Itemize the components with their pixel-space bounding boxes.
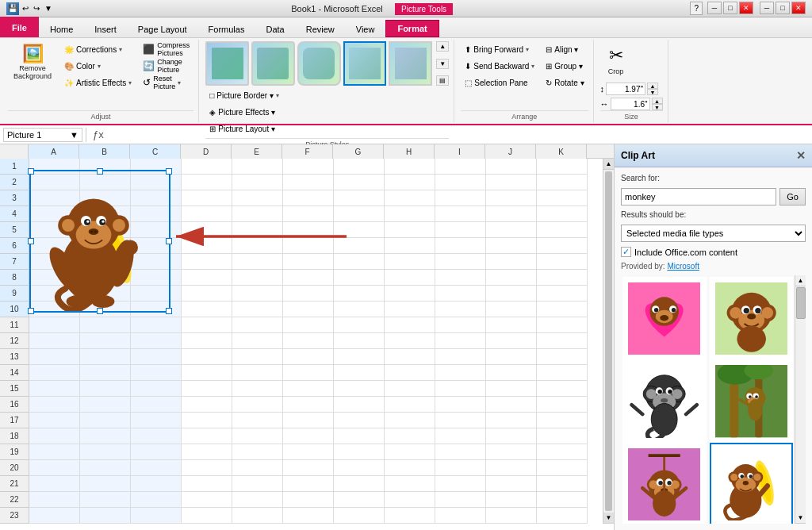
row-header-12[interactable]: 12	[0, 333, 29, 349]
table-cell[interactable]	[232, 365, 283, 381]
formula-input[interactable]	[110, 128, 809, 142]
table-cell[interactable]	[537, 238, 588, 254]
row-header-20[interactable]: 20	[0, 460, 29, 476]
table-cell[interactable]	[80, 333, 131, 349]
table-cell[interactable]	[385, 301, 435, 317]
scroll-up-button[interactable]: ▲	[603, 159, 614, 170]
table-cell[interactable]	[29, 365, 80, 381]
table-cell[interactable]	[435, 476, 486, 492]
restore-button[interactable]: □	[723, 2, 737, 14]
table-cell[interactable]	[334, 333, 385, 349]
table-cell[interactable]	[283, 428, 334, 444]
table-cell[interactable]	[80, 460, 131, 476]
clip-item-2[interactable]	[710, 277, 794, 361]
table-cell[interactable]	[29, 476, 80, 492]
table-cell[interactable]	[385, 460, 435, 476]
microsoft-link[interactable]: Microsoft	[667, 262, 699, 271]
table-cell[interactable]	[537, 286, 588, 301]
table-cell[interactable]	[537, 270, 588, 286]
bring-forward-button[interactable]: ⬆ Bring Forward ▾	[461, 41, 538, 57]
table-cell[interactable]	[232, 270, 283, 286]
table-cell[interactable]	[232, 317, 283, 333]
row-header-10[interactable]: 10	[0, 301, 29, 317]
reset-picture-button[interactable]: ↺ ResetPicture ▾	[139, 75, 193, 90]
table-cell[interactable]	[435, 333, 486, 349]
width-spin-down[interactable]: ▼	[652, 104, 663, 110]
table-cell[interactable]	[486, 508, 537, 524]
table-cell[interactable]	[486, 460, 537, 476]
table-cell[interactable]	[232, 397, 283, 413]
table-cell[interactable]	[435, 159, 486, 175]
col-header-f[interactable]: F	[282, 144, 333, 159]
clip-item-6[interactable]	[710, 443, 794, 524]
table-cell[interactable]	[131, 349, 182, 365]
help-icon[interactable]: ?	[690, 2, 703, 15]
table-cell[interactable]	[29, 397, 80, 413]
name-box[interactable]: Picture 1 ▼	[3, 128, 82, 142]
row-header-14[interactable]: 14	[0, 365, 29, 381]
table-cell[interactable]	[283, 238, 334, 254]
table-cell[interactable]	[334, 175, 385, 190]
table-cell[interactable]	[131, 428, 182, 444]
table-cell[interactable]	[283, 286, 334, 301]
row-header-18[interactable]: 18	[0, 428, 29, 444]
table-cell[interactable]	[283, 381, 334, 397]
table-cell[interactable]	[435, 413, 486, 428]
table-cell[interactable]	[385, 238, 435, 254]
table-cell[interactable]	[182, 190, 232, 206]
corrections-button[interactable]: 🌟 Corrections ▾	[60, 41, 136, 57]
table-cell[interactable]	[334, 286, 385, 301]
table-cell[interactable]	[435, 381, 486, 397]
table-cell[interactable]	[486, 222, 537, 238]
table-cell[interactable]	[385, 476, 435, 492]
table-cell[interactable]	[486, 492, 537, 508]
table-cell[interactable]	[131, 397, 182, 413]
table-cell[interactable]	[232, 508, 283, 524]
row-header-23[interactable]: 23	[0, 508, 29, 524]
height-spin-down[interactable]: ▼	[647, 89, 658, 95]
ps-scroll-up[interactable]: ▲	[436, 41, 449, 52]
tab-insert[interactable]: Insert	[84, 20, 127, 37]
table-cell[interactable]	[537, 476, 588, 492]
table-cell[interactable]	[435, 444, 486, 460]
row-header-17[interactable]: 17	[0, 413, 29, 428]
table-cell[interactable]	[435, 254, 486, 270]
table-cell[interactable]	[283, 476, 334, 492]
table-cell[interactable]	[182, 301, 232, 317]
table-cell[interactable]	[29, 444, 80, 460]
table-cell[interactable]	[385, 349, 435, 365]
table-cell[interactable]	[486, 476, 537, 492]
table-cell[interactable]	[537, 428, 588, 444]
table-cell[interactable]	[232, 238, 283, 254]
table-cell[interactable]	[232, 444, 283, 460]
ps-thumb-1[interactable]	[205, 41, 249, 86]
table-cell[interactable]	[486, 349, 537, 365]
table-cell[interactable]	[182, 206, 232, 222]
table-cell[interactable]	[283, 159, 334, 175]
handle-middle-right[interactable]	[166, 238, 172, 244]
artistic-effects-button[interactable]: ✨ Artistic Effects ▾	[60, 75, 136, 90]
table-cell[interactable]	[537, 349, 588, 365]
width-input[interactable]	[611, 98, 650, 110]
table-cell[interactable]	[283, 349, 334, 365]
table-cell[interactable]	[334, 492, 385, 508]
table-cell[interactable]	[182, 381, 232, 397]
row-header-11[interactable]: 11	[0, 317, 29, 333]
clip-scroll-down-btn[interactable]: ▼	[795, 513, 806, 524]
row-header-6[interactable]: 6	[0, 238, 29, 254]
scroll-down-button[interactable]: ▼	[603, 513, 614, 524]
table-cell[interactable]	[486, 333, 537, 349]
ps-scroll-more[interactable]: ▤	[436, 75, 449, 86]
table-cell[interactable]	[182, 159, 232, 175]
table-cell[interactable]	[486, 254, 537, 270]
table-cell[interactable]	[537, 190, 588, 206]
table-cell[interactable]	[385, 206, 435, 222]
table-cell[interactable]	[283, 508, 334, 524]
table-cell[interactable]	[486, 365, 537, 381]
minimize-button[interactable]: ─	[707, 2, 722, 14]
table-cell[interactable]	[182, 333, 232, 349]
table-cell[interactable]	[486, 413, 537, 428]
table-cell[interactable]	[131, 492, 182, 508]
table-cell[interactable]	[435, 317, 486, 333]
table-cell[interactable]	[334, 428, 385, 444]
